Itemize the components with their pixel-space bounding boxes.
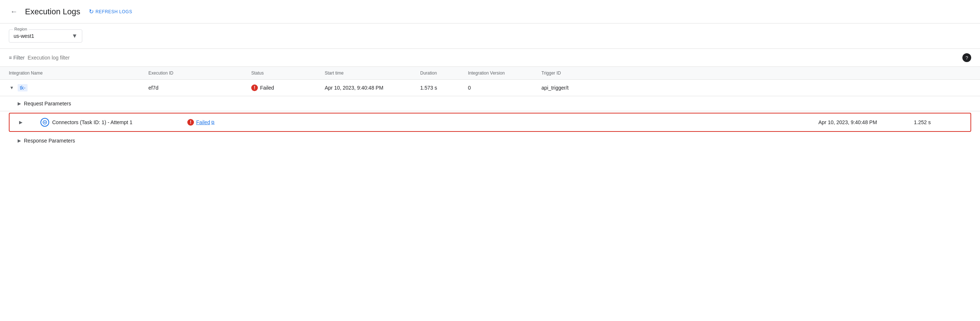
- request-params-label: Request Parameters: [24, 101, 71, 106]
- connector-status-cell: ! Failed ⧉: [187, 119, 818, 126]
- col-start-time: Start time: [325, 70, 420, 76]
- version-cell: 0: [468, 85, 541, 91]
- col-execution-id: Execution ID: [148, 70, 251, 76]
- start-time-cell: Apr 10, 2023, 9:40:48 PM: [325, 85, 420, 91]
- connector-duration: 1.252 s: [914, 119, 962, 125]
- page-header: ← Execution Logs ↻ REFRESH LOGS: [0, 0, 980, 24]
- region-value: us-west1: [14, 33, 34, 39]
- filter-icon-wrapper: ≡ Filter: [9, 55, 25, 60]
- chevron-down-icon: ▼: [72, 33, 78, 39]
- duration-cell: 1.573 s: [420, 85, 468, 91]
- refresh-icon: ↻: [89, 8, 94, 15]
- integration-name-link[interactable]: tk-: [18, 84, 28, 91]
- connector-expand-button[interactable]: ▶: [18, 119, 23, 126]
- connector-icon: [40, 118, 49, 127]
- sub-rows: ▶ Request Parameters ▶ Connectors (Task …: [0, 96, 980, 148]
- connector-name-cell: Connectors (Task ID: 1) - Attempt 1: [40, 118, 187, 127]
- external-link-icon: ⧉: [211, 120, 215, 125]
- col-integration-name: Integration Name: [9, 70, 148, 76]
- integration-name-cell: ▼ tk-: [9, 84, 148, 91]
- connector-start-time: Apr 10, 2023, 9:40:48 PM: [818, 119, 914, 125]
- expand-row-button[interactable]: ▼: [9, 84, 15, 91]
- col-status: Status: [251, 70, 325, 76]
- status-cell: ! Failed: [251, 84, 325, 91]
- back-arrow-icon: ←: [10, 7, 18, 16]
- region-select[interactable]: Region us-west1 ▼: [9, 29, 82, 43]
- table-header: Integration Name Execution ID Status Sta…: [0, 67, 980, 80]
- connector-failed-link[interactable]: Failed ⧉: [196, 119, 215, 125]
- region-section: Region us-west1 ▼: [0, 24, 980, 49]
- connector-status-text: Failed: [196, 119, 210, 125]
- status-text: Failed: [260, 85, 274, 91]
- col-duration: Duration: [420, 70, 468, 76]
- col-integration-version: Integration Version: [468, 70, 541, 76]
- filter-bar: ≡ Filter ?: [0, 49, 980, 67]
- refresh-logs-button[interactable]: ↻ REFRESH LOGS: [86, 6, 135, 16]
- response-params-label: Response Parameters: [24, 138, 75, 144]
- help-icon[interactable]: ?: [963, 53, 971, 62]
- back-button[interactable]: ←: [9, 6, 19, 17]
- connector-row: ▶ Connectors (Task ID: 1) - Attempt 1 ! …: [9, 113, 971, 132]
- region-label: Region: [13, 27, 29, 31]
- request-params-row: ▶ Request Parameters: [0, 96, 980, 111]
- response-chevron-right-icon: ▶: [18, 138, 21, 143]
- table-row: ▼ tk- ef7d ! Failed Apr 10, 2023, 9:40:4…: [0, 80, 980, 96]
- chevron-right-icon: ▶: [18, 101, 21, 106]
- execution-id-cell: ef7d: [148, 85, 251, 91]
- connector-expand-cell: ▶: [18, 119, 40, 126]
- filter-input[interactable]: [27, 55, 959, 60]
- trigger-id-cell: api_trigger/t: [541, 85, 615, 91]
- col-trigger-id: Trigger ID: [541, 70, 615, 76]
- error-status-icon: !: [251, 84, 258, 91]
- filter-lines-icon: ≡: [9, 55, 12, 60]
- connector-error-icon: !: [187, 119, 194, 126]
- refresh-label: REFRESH LOGS: [95, 9, 132, 14]
- response-params-row: ▶ Response Parameters: [0, 133, 980, 148]
- filter-label: Filter: [13, 55, 25, 60]
- connector-name-text: Connectors (Task ID: 1) - Attempt 1: [52, 119, 133, 125]
- page-title: Execution Logs: [25, 7, 80, 16]
